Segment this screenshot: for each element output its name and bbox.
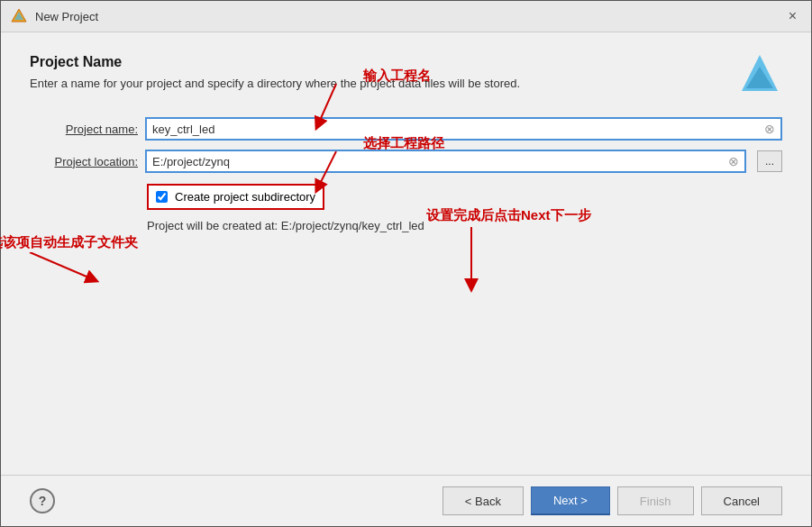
- subdirectory-checkbox[interactable]: [156, 191, 168, 203]
- project-location-input[interactable]: [152, 155, 725, 168]
- back-button[interactable]: < Back: [442, 486, 524, 515]
- annotation-checkbox: 勾选该项自动生成子文件夹: [0, 234, 138, 251]
- annotation-checkbox-label: 勾选该项自动生成子文件夹: [0, 234, 138, 250]
- browse-button[interactable]: ...: [757, 150, 782, 172]
- close-button[interactable]: ×: [783, 6, 802, 26]
- dialog: New Project × Project Name Enter a name …: [0, 0, 812, 527]
- title-bar-left: New Project: [10, 7, 98, 25]
- project-location-label-text: Project location:: [55, 155, 139, 168]
- subdirectory-checkbox-row: Create project subdirectory: [147, 184, 324, 210]
- action-buttons: < Back Next > Finish Cancel: [442, 486, 782, 515]
- form-section: Project name: ⊗ Project location: ⊗ ...: [30, 117, 782, 232]
- project-name-label-text: Project name:: [66, 123, 138, 136]
- project-name-input-wrapper[interactable]: ⊗: [145, 117, 782, 141]
- subdirectory-label[interactable]: Create project subdirectory: [175, 190, 315, 204]
- dialog-title: New Project: [35, 10, 98, 23]
- cancel-button[interactable]: Cancel: [701, 486, 782, 515]
- project-location-input-wrapper[interactable]: ⊗: [145, 150, 746, 173]
- svg-line-6: [30, 252, 93, 279]
- app-logo-icon: [10, 7, 28, 25]
- section-desc: Enter a name for your project and specif…: [30, 76, 782, 92]
- arrow-checkbox-icon: [21, 252, 129, 288]
- project-name-clear-icon[interactable]: ⊗: [764, 122, 775, 136]
- project-name-input[interactable]: [152, 123, 761, 136]
- project-name-row: Project name: ⊗: [30, 117, 782, 141]
- finish-button[interactable]: Finish: [617, 486, 694, 515]
- project-location-row: Project location: ⊗ ...: [30, 150, 782, 173]
- help-button[interactable]: ?: [30, 488, 55, 513]
- next-button[interactable]: Next >: [531, 486, 610, 515]
- project-path-info: Project will be created at: E:/project/z…: [147, 219, 782, 232]
- bottom-bar: ? < Back Next > Finish Cancel: [1, 475, 811, 526]
- title-bar: New Project ×: [1, 1, 811, 32]
- section-title: Project Name: [30, 54, 782, 70]
- content-area: Project Name Enter a name for your proje…: [1, 32, 811, 475]
- project-location-clear-icon[interactable]: ⊗: [728, 154, 739, 168]
- project-location-label: Project location:: [30, 155, 138, 168]
- arrow-next-hint-icon: [462, 227, 516, 299]
- brand-logo-icon: [737, 50, 782, 103]
- project-name-label: Project name:: [30, 123, 138, 136]
